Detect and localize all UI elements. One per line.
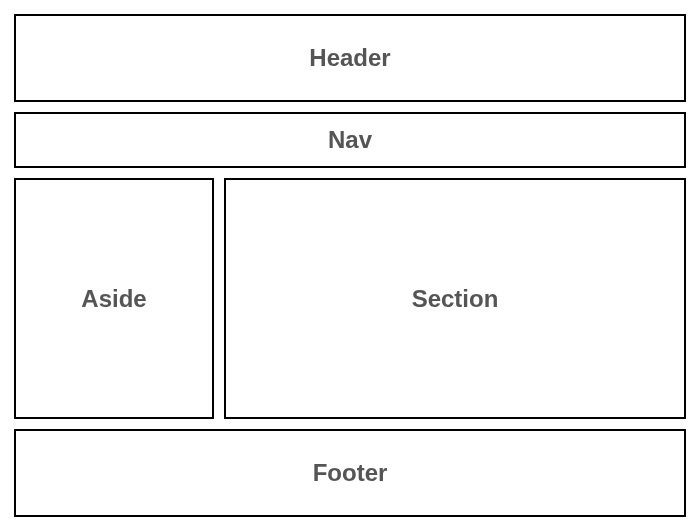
section-box: Section bbox=[224, 178, 686, 419]
header-box: Header bbox=[14, 14, 686, 102]
footer-box: Footer bbox=[14, 429, 686, 517]
aside-box: Aside bbox=[14, 178, 214, 419]
middle-row: Aside Section bbox=[14, 178, 686, 419]
header-label: Header bbox=[309, 44, 390, 72]
nav-box: Nav bbox=[14, 112, 686, 168]
nav-label: Nav bbox=[328, 126, 372, 154]
footer-label: Footer bbox=[313, 459, 388, 487]
section-label: Section bbox=[412, 285, 499, 313]
page-layout-diagram: Header Nav Aside Section Footer bbox=[14, 14, 686, 517]
aside-label: Aside bbox=[81, 285, 146, 313]
